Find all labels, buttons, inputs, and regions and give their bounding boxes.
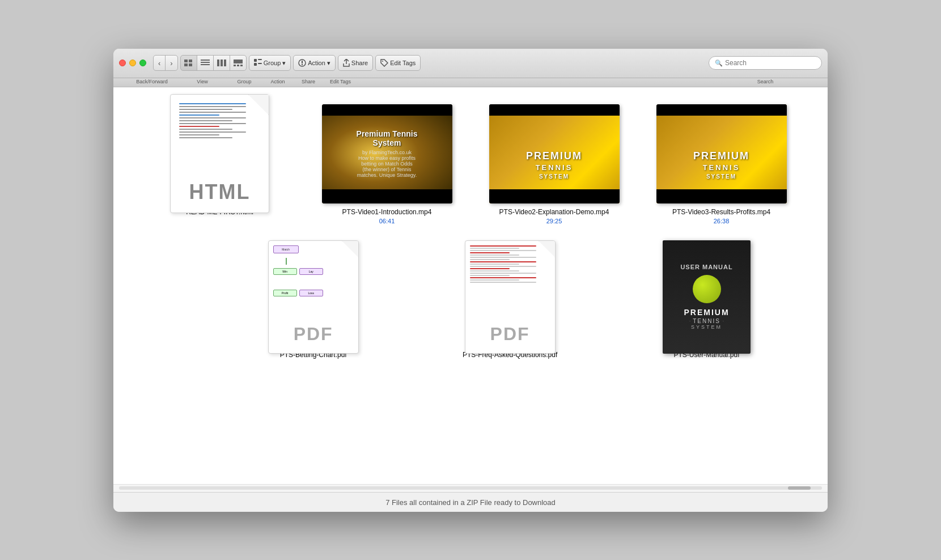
page-line <box>179 117 246 118</box>
page-line <box>179 137 232 138</box>
page-line <box>179 120 232 121</box>
faq-line <box>470 248 520 249</box>
video-top-bar-3 <box>656 104 787 116</box>
group-button[interactable]: Group ▾ <box>249 55 291 71</box>
share-button[interactable]: Share <box>338 55 373 71</box>
chart-row <box>273 258 340 265</box>
file-thumbnail-faq: PDF <box>445 247 575 346</box>
pts-system-3: SYSTEM <box>693 173 749 180</box>
pts-box-label-2: PREMIUM TENNIS SYSTEM <box>526 150 582 180</box>
video-thumbnail-1: Premium Tennis System by FlamingTech.co.… <box>322 104 452 203</box>
back-button[interactable]: ‹ <box>154 56 166 70</box>
page-line <box>179 131 246 133</box>
share-item: Share <box>338 55 373 71</box>
video-top-bar-2 <box>489 104 620 116</box>
um-tennis-text: TENNIS <box>693 318 720 324</box>
nav-group: ‹ › <box>153 55 178 71</box>
maximize-button[interactable] <box>139 60 146 66</box>
search-input[interactable] <box>725 59 816 67</box>
file-name-video3: PTS-Video3-Results-Profits.mp4 <box>672 208 770 217</box>
faq-line <box>470 268 510 269</box>
html-type-label: HTML <box>189 180 251 204</box>
chart-node: Match <box>273 245 299 253</box>
chart-node-green: Win <box>273 268 297 275</box>
files-grid-row2: Match Win Lay Profit <box>142 247 799 360</box>
svg-rect-0 <box>184 60 188 62</box>
content-area: HTML READ-ME-FIRST.html Premium Tennis S… <box>113 87 828 484</box>
html-page-lines <box>179 103 246 138</box>
svg-rect-4 <box>201 60 210 61</box>
action-button[interactable]: Action ▾ <box>293 55 336 71</box>
gallery-view-button[interactable] <box>230 56 246 70</box>
html-icon: HTML <box>170 94 269 213</box>
file-item-readme[interactable]: HTML READ-ME-FIRST.html <box>142 104 298 225</box>
file-item-betting-chart[interactable]: Match Win Lay Profit <box>221 247 406 360</box>
user-manual-icon: USER MANUAL PREMIUM · TENNIS · SYSTEM <box>663 240 751 354</box>
pts-box-label-3: PREMIUM TENNIS SYSTEM <box>693 150 749 180</box>
pts-premium-3: PREMIUM <box>693 150 749 163</box>
svg-rect-7 <box>217 60 219 66</box>
file-item-video2[interactable]: PREMIUM TENNIS SYSTEM PTS-Video2-Explana… <box>476 104 632 225</box>
file-duration-video3: 26:38 <box>714 218 730 224</box>
forward-button[interactable]: › <box>166 56 177 70</box>
page-line <box>179 103 246 104</box>
file-thumbnail-video2: PREMIUM TENNIS SYSTEM <box>489 104 620 203</box>
um-dot-left: · <box>689 319 690 324</box>
file-name-video1: PTS-Video1-Introduction.mp4 <box>342 208 432 217</box>
chart-node-purple: Lay <box>299 268 323 275</box>
betting-chart-icon: Match Win Lay Profit <box>268 240 359 354</box>
share-bottom-label: Share <box>297 79 320 84</box>
close-button[interactable] <box>119 60 126 66</box>
faq-icon: PDF <box>465 240 556 354</box>
svg-rect-8 <box>221 60 223 66</box>
file-thumbnail-video3: PREMIUM TENNIS SYSTEM <box>656 104 787 203</box>
minimize-button[interactable] <box>129 60 136 66</box>
pdf-type-label-faq: PDF <box>490 324 530 345</box>
chart-line <box>286 258 287 265</box>
titlebar: ‹ › <box>113 49 828 78</box>
pts-premium-2: PREMIUM <box>526 150 582 163</box>
svg-rect-2 <box>184 63 188 66</box>
faq-line <box>470 254 520 256</box>
svg-rect-13 <box>240 65 243 66</box>
svg-rect-11 <box>234 65 236 66</box>
faq-line <box>470 245 536 247</box>
file-duration-video2: 29:25 <box>546 218 562 224</box>
faq-line <box>470 277 536 278</box>
faq-line <box>470 250 536 251</box>
file-item-video3[interactable]: PREMIUM TENNIS SYSTEM PTS-Video3-Results… <box>643 104 799 225</box>
traffic-lights <box>119 60 146 66</box>
chart-row: Win Lay <box>273 268 340 275</box>
file-item-user-manual[interactable]: USER MANUAL PREMIUM · TENNIS · SYSTEM <box>614 247 799 360</box>
group-chevron: ▾ <box>282 60 286 67</box>
search-box[interactable]: 🔍 <box>709 56 822 70</box>
page-line <box>179 112 246 113</box>
file-name-video2: PTS-Video2-Explanation-Demo.mp4 <box>499 208 609 217</box>
page-line <box>179 134 219 135</box>
finder-window: ‹ › <box>113 49 828 512</box>
edit-tags-item: Edit Tags <box>375 55 421 71</box>
svg-rect-10 <box>234 60 243 63</box>
view-label: View <box>180 79 225 84</box>
svg-rect-3 <box>189 63 192 66</box>
file-item-video1[interactable]: Premium Tennis System by FlamingTech.co.… <box>309 104 465 225</box>
scrollbar-track[interactable] <box>119 486 822 490</box>
um-system-text: SYSTEM <box>680 324 732 330</box>
faq-line <box>470 273 536 274</box>
um-tennis-ball <box>693 275 721 303</box>
column-view-button[interactable] <box>214 56 230 70</box>
scrollbar-thumb[interactable] <box>788 486 811 490</box>
file-thumbnail-readme: HTML <box>155 104 285 203</box>
video-bottom-bar-2 <box>489 189 620 203</box>
faq-line <box>470 279 520 281</box>
video-thumb-inner-3: PREMIUM TENNIS SYSTEM <box>656 104 787 203</box>
faq-line <box>470 275 510 276</box>
chart-row: Profit Loss <box>273 290 340 296</box>
list-view-button[interactable] <box>197 56 214 70</box>
svg-point-21 <box>382 61 383 62</box>
icon-view-button[interactable] <box>181 56 197 70</box>
view-buttons <box>180 55 247 71</box>
edit-tags-button[interactable]: Edit Tags <box>375 55 421 71</box>
search-icon: 🔍 <box>715 60 723 67</box>
file-item-faq[interactable]: PDF PTS-Freq-Asked-Questions.pdf <box>417 247 603 360</box>
